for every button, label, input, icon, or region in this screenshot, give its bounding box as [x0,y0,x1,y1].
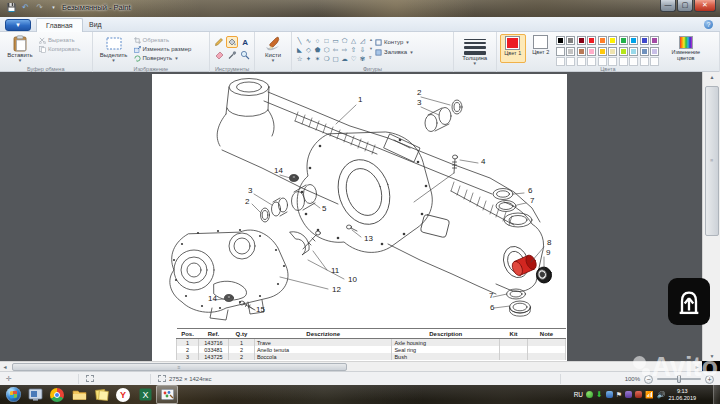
horizontal-scroll-thumb[interactable]: ≡ [12,363,347,371]
shape-tool-1[interactable]: ∿ [304,36,313,45]
shape-tool-11[interactable]: ⬡ [322,45,331,54]
taskbar-yandex[interactable]: Y [112,385,134,404]
palette-swatch-16[interactable] [619,47,628,56]
taskbar-explorer[interactable] [68,385,90,404]
palette-swatch-0[interactable] [556,36,565,45]
brushes-button[interactable]: Кисти ▼ [258,34,288,63]
zoom-out-button[interactable]: − [644,375,653,384]
palette-empty-slot-0[interactable] [556,57,565,66]
pencil-tool[interactable] [213,36,225,48]
palette-swatch-7[interactable] [629,36,638,45]
save-icon[interactable]: 💾 [6,2,17,13]
taskbar-chrome[interactable] [46,385,68,404]
shape-tool-8[interactable]: ◣ [295,45,304,54]
select-button[interactable]: Выделить ▼ [96,34,132,63]
fill-tool[interactable] [226,36,238,48]
magnifier-tool[interactable] [239,49,251,61]
palette-swatch-10[interactable] [556,47,565,56]
palette-swatch-11[interactable] [566,47,575,56]
shapes-scroll[interactable]: ▲▼⊽ [369,34,373,63]
help-icon[interactable]: ? [704,20,713,29]
palette-swatch-4[interactable] [598,36,607,45]
start-button[interactable] [2,385,24,404]
shape-tool-21[interactable]: ☁ [340,54,349,63]
close-button[interactable]: ✕ [694,0,716,12]
palette-swatch-17[interactable] [629,47,638,56]
palette-swatch-6[interactable] [619,36,628,45]
shape-tool-12[interactable]: ⇦ [331,45,340,54]
palette-empty-slot-3[interactable] [587,57,596,66]
palette-swatch-8[interactable] [640,36,649,45]
shape-tool-7[interactable]: ◿ [358,36,367,45]
outline-button[interactable]: Контур ▼ [375,38,414,46]
taskbar-paint[interactable] [156,385,178,404]
copy-button[interactable]: Копировать [39,45,80,53]
maximize-button[interactable]: ▢ [677,0,693,12]
palette-empty-slot-6[interactable] [619,57,628,66]
tab-home[interactable]: Главная [36,18,83,32]
canvas-area[interactable]: 123414325671389111012141576 Pos.Ref.Q.ty… [0,72,702,361]
palette-swatch-3[interactable] [587,36,596,45]
taskbar-excel[interactable]: X [134,385,156,404]
size-button[interactable]: Толщина ▼ [457,34,493,63]
edit-colors-button[interactable]: Изменение цветов [663,34,709,63]
file-menu-button[interactable]: ▼ [5,19,31,31]
bluetooth-tray-icon[interactable] [606,391,613,398]
palette-empty-slot-8[interactable] [640,57,649,66]
flag-tray-icon[interactable]: ⚑ [616,391,622,398]
shape-tool-20[interactable]: ▢ [331,54,340,63]
shape-tool-22[interactable]: ♡ [349,54,358,63]
picker-tool[interactable] [226,49,238,61]
paste-button[interactable]: Вставить ▼ [3,34,37,63]
rotate-button[interactable]: Повернуть ▼ [134,54,192,62]
shape-tool-4[interactable]: ▭ [331,36,340,45]
horizontal-scrollbar[interactable]: ◄ ≡ ► [0,361,702,371]
color1-button[interactable]: Цвет 1 [500,34,526,63]
crop-button[interactable]: Обрезать [134,36,192,44]
shape-tool-2[interactable]: ○ [313,36,322,45]
minimize-button[interactable]: — [660,0,676,12]
shape-tool-9[interactable]: ◇ [304,45,313,54]
vertical-scroll-thumb[interactable]: ≡ [705,86,719,236]
undo-icon[interactable]: ↶ [20,2,31,13]
shape-tool-5[interactable]: ⬠ [340,36,349,45]
shapes-scroll-up-icon[interactable]: ▲ [369,37,373,42]
download-tray-icon[interactable]: ⬇ [596,391,603,398]
palette-swatch-12[interactable] [577,47,586,56]
scroll-up-icon[interactable]: ▲ [703,72,720,82]
shape-tool-6[interactable]: △ [349,36,358,45]
palette-swatch-1[interactable] [566,36,575,45]
palette-empty-slot-1[interactable] [566,57,575,66]
shape-tool-14[interactable]: ⇧ [349,45,358,54]
zoom-slider[interactable] [657,378,701,380]
shape-tool-15[interactable]: ⇩ [358,45,367,54]
volume-tray-icon[interactable]: 🔊 [657,391,666,398]
zoom-in-button[interactable]: + [705,375,714,384]
qat-dropdown-icon[interactable]: ▾ [48,2,59,13]
palette-empty-slot-5[interactable] [608,57,617,66]
shape-tool-23[interactable]: ✾ [358,54,367,63]
palette-empty-slot-4[interactable] [598,57,607,66]
eraser-tool[interactable] [213,49,225,61]
resize-button[interactable]: Изменить размер [134,45,192,53]
drawing-page[interactable]: 123414325671389111012141576 Pos.Ref.Q.ty… [152,74,567,361]
taskbar-app-1[interactable] [24,385,46,404]
security-tray-icon[interactable] [635,391,642,398]
palette-empty-slot-9[interactable] [650,57,659,66]
shape-tool-13[interactable]: ⇨ [340,45,349,54]
redo-icon[interactable]: ↷ [34,2,45,13]
palette-empty-slot-7[interactable] [629,57,638,66]
shape-tool-17[interactable]: ✦ [304,54,313,63]
shape-tool-16[interactable]: ☆ [295,54,304,63]
palette-swatch-15[interactable] [608,47,617,56]
shapes-scroll-down-icon[interactable]: ⊽ [369,55,373,60]
tab-view[interactable]: Вид [80,18,111,32]
palette-swatch-2[interactable] [577,36,586,45]
shape-tool-0[interactable]: ╲ [295,36,304,45]
palette-swatch-19[interactable] [650,47,659,56]
antivirus-tray-icon[interactable] [586,391,593,398]
palette-swatch-5[interactable] [608,36,617,45]
scroll-down-icon[interactable]: ▼ [703,351,720,361]
text-tool[interactable]: A [239,36,251,48]
palette-empty-slot-2[interactable] [577,57,586,66]
